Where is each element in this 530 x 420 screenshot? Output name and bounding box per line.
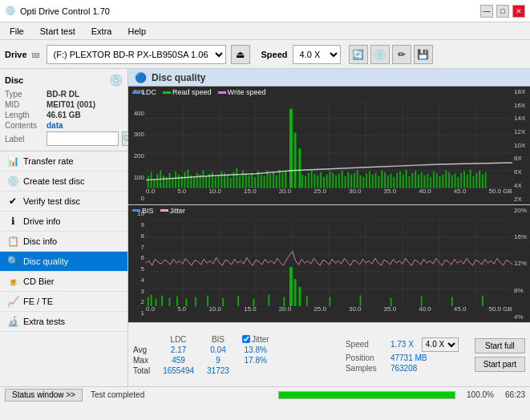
svg-rect-107 [427, 174, 428, 188]
svg-rect-120 [467, 175, 468, 188]
eject-button[interactable]: ⏏ [231, 45, 250, 64]
speed-select-stats[interactable]: 4.0 X [422, 337, 459, 352]
svg-rect-116 [455, 174, 456, 188]
svg-rect-58 [264, 176, 265, 188]
speed-select[interactable]: 4.0 X [293, 45, 341, 64]
svg-rect-66 [301, 175, 303, 188]
read-speed-legend-dot [163, 91, 171, 94]
disc-label-input[interactable] [47, 131, 119, 146]
bottom-chart-svg [146, 220, 512, 307]
x-label-30: 30.0 [349, 188, 362, 195]
svg-rect-82 [350, 175, 352, 188]
total-jitter [236, 365, 276, 376]
status-window-button[interactable]: Status window >> [5, 389, 83, 402]
minimize-button[interactable]: — [480, 5, 493, 18]
titlebar: 💿 Opti Drive Control 1.70 — □ ✕ [0, 0, 530, 22]
svg-rect-126 [485, 172, 487, 188]
avg-label: Avg [133, 345, 156, 355]
refresh-button[interactable]: 🔄 [349, 45, 368, 64]
bottom-legend: BIS Jitter [132, 207, 185, 215]
stats-row-total: Total 1655494 31723 [133, 365, 276, 376]
statusbar: Status window >> Test completed 100.0% 6… [0, 386, 530, 402]
col-header-jitter-check[interactable]: Jitter [236, 334, 276, 345]
y-label-0: 0 [128, 195, 146, 202]
svg-rect-147 [161, 295, 163, 306]
sidebar-item-fe-te[interactable]: 📈 FE / TE [0, 292, 127, 312]
status-time: 66:23 [505, 390, 525, 399]
svg-rect-54 [289, 109, 293, 188]
charts-wrapper: LDC Read speed Write speed 500 400 [128, 87, 530, 322]
disc-button[interactable]: 💿 [370, 45, 390, 64]
sidebar-item-transfer-rate[interactable]: 📊 Transfer rate [0, 151, 127, 172]
speed-label: Speed [261, 50, 288, 59]
jitter-checkbox[interactable] [242, 335, 250, 343]
svg-rect-65 [285, 172, 286, 188]
disc-header: Disc 💿 [5, 74, 123, 87]
speed-value: 1.73 X [390, 340, 414, 349]
sidebar-item-extra-tests[interactable]: 🔬 Extra tests [0, 312, 127, 332]
bottom-y-axis-right: 20% 16% 12% 8% 4% [512, 205, 530, 323]
svg-rect-159 [294, 278, 297, 306]
disc-quality-icon: 🔍 [6, 256, 19, 267]
transfer-rate-label: Transfer rate [23, 156, 74, 166]
svg-rect-20 [156, 174, 158, 188]
sidebar-item-cd-bier[interactable]: 🍺 CD Bier [0, 272, 127, 292]
svg-rect-64 [281, 173, 283, 188]
menu-start-test[interactable]: Start test [37, 26, 79, 37]
disc-panel: Disc 💿 Type BD-R DL MID MEIT01 (001) Len… [0, 69, 127, 151]
sidebar-item-disc-quality[interactable]: 🔍 Disc quality [0, 252, 127, 272]
disc-mid-value: MEIT01 (001) [47, 100, 95, 109]
max-bis: 9 [200, 355, 236, 365]
x-label-20: 20.0 [279, 188, 292, 195]
avg-jitter: 13.8% [236, 345, 276, 355]
drive-info-label: Drive info [23, 216, 60, 226]
sidebar-item-disc-info[interactable]: 📋 Disc info [0, 232, 127, 252]
drive-select[interactable]: (F:) PLEXTOR BD-R PX-LB950SA 1.06 [47, 45, 226, 64]
progress-fill [279, 392, 455, 398]
svg-rect-36 [205, 176, 207, 188]
legend-ldc: LDC [132, 88, 156, 96]
menu-extra[interactable]: Extra [88, 26, 115, 37]
x-label-40: 40.0 [419, 188, 431, 195]
svg-rect-80 [345, 176, 346, 188]
svg-rect-99 [403, 175, 404, 188]
svg-rect-89 [372, 175, 374, 188]
svg-rect-76 [332, 173, 334, 188]
samples-value: 763208 [390, 364, 417, 373]
menu-file[interactable]: File [6, 26, 27, 37]
y-label-200: 200 [128, 152, 146, 160]
svg-rect-91 [378, 176, 379, 188]
sidebar-item-drive-info[interactable]: ℹ Drive info [0, 212, 127, 232]
disc-contents-row: Contents data [5, 121, 123, 130]
disc-quality-header-icon: 🔵 [135, 72, 147, 83]
sidebar-item-create-test[interactable]: 💿 Create test disc [0, 172, 127, 192]
maximize-button[interactable]: □ [496, 5, 509, 18]
app-title: Opti Drive Control 1.70 [20, 6, 110, 16]
svg-rect-29 [184, 172, 186, 188]
chart-top: LDC Read speed Write speed 500 400 [128, 87, 530, 205]
x-label-10: 10.0 [208, 188, 221, 195]
svg-rect-108 [430, 177, 431, 188]
legend-write-speed: Write speed [218, 88, 266, 96]
action-buttons: Start full Start part [475, 338, 525, 372]
menu-help[interactable]: Help [124, 26, 149, 37]
extra-tests-icon: 🔬 [6, 316, 19, 327]
svg-rect-88 [369, 172, 370, 188]
svg-rect-87 [366, 174, 367, 188]
legend-jitter: Jitter [160, 207, 186, 215]
start-full-button[interactable]: Start full [475, 338, 525, 353]
start-part-button[interactable]: Start part [475, 357, 525, 372]
svg-rect-117 [457, 177, 459, 188]
svg-rect-69 [311, 171, 313, 188]
cd-bier-icon: 🍺 [6, 276, 19, 287]
svg-rect-77 [335, 176, 337, 188]
edit-button[interactable]: ✏ [392, 45, 411, 64]
transfer-rate-icon: 📊 [6, 155, 19, 167]
svg-rect-86 [362, 177, 364, 188]
drivebar: Drive 🖴 (F:) PLEXTOR BD-R PX-LB950SA 1.0… [0, 40, 530, 69]
sidebar-item-verify-test[interactable]: ✔ Verify test disc [0, 192, 127, 212]
save-button[interactable]: 💾 [414, 45, 433, 64]
svg-rect-119 [463, 172, 465, 188]
legend-bis: BIS [132, 207, 154, 215]
close-button[interactable]: ✕ [512, 5, 525, 18]
